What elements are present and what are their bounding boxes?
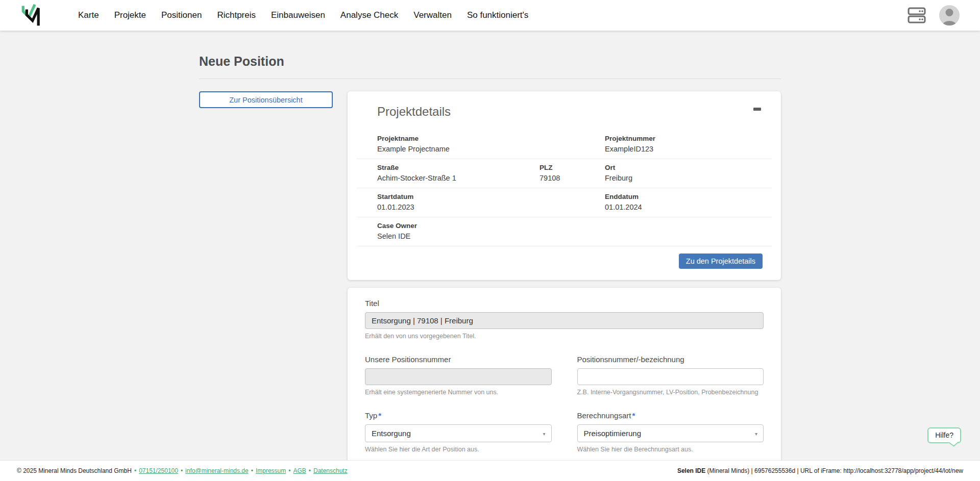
field-plz: PLZ 79108 — [540, 163, 605, 183]
table-row: Straße Achim-Stocker-Straße 1 PLZ 79108 … — [357, 159, 772, 188]
nav-item-positionen[interactable]: Positionen — [154, 0, 209, 31]
avatar-body-icon — [942, 21, 957, 26]
nav-item-karte[interactable]: Karte — [70, 0, 107, 31]
chevron-down-icon: ▾ — [543, 431, 545, 436]
field-startdatum: Startdatum 01.01.2023 — [377, 192, 540, 212]
typ-label: Typ* — [365, 411, 552, 420]
to-project-details-button[interactable]: Zu den Projektdetails — [679, 254, 763, 269]
unsere-positionsnummer-helper: Erhält eine systemgenerierte Nummer von … — [365, 389, 552, 396]
nav-item-richtpreis[interactable]: Richtpreis — [209, 0, 263, 31]
main-area: Neue Position Zur Positionsübersicht Pro… — [0, 31, 980, 481]
footer-left: © 2025 Mineral Minds Deutschland GmbH • … — [17, 467, 348, 474]
field-strasse: Straße Achim-Stocker-Straße 1 — [377, 163, 540, 183]
mineral-minds-logo-icon — [20, 3, 43, 28]
titel-helper: Erhält den von uns vorgegebenen Titel. — [365, 333, 764, 340]
typ-select[interactable]: Entsorgung ▾ — [365, 424, 552, 442]
footer-link-datenschutz[interactable]: Datenschutz — [313, 467, 348, 474]
session-details: (Mineral Minds) | 69576255536d | URL of … — [705, 467, 963, 474]
footer-link-phone[interactable]: 07151/250100 — [139, 467, 178, 474]
navbar-right — [908, 5, 960, 26]
footer-link-impressum[interactable]: Impressum — [256, 467, 286, 474]
project-card-title: Projektdetails — [377, 105, 781, 119]
typ-helper: Wählen Sie hier die Art der Position aus… — [365, 446, 552, 453]
berechnungsart-select[interactable]: Preisoptimierung ▾ — [577, 424, 764, 442]
positionsnummer-input[interactable] — [577, 368, 764, 385]
nav-item-projekte[interactable]: Projekte — [107, 0, 154, 31]
collapse-card-button[interactable] — [749, 102, 765, 117]
avatar-head-icon — [946, 9, 953, 16]
project-details-table: Projektname Example Projectname Projektn… — [357, 130, 772, 246]
unsere-positionsnummer-input — [365, 368, 552, 385]
unsere-positionsnummer-label: Unsere Positionsnummer — [365, 355, 552, 364]
page-title: Neue Position — [199, 54, 781, 79]
field-ort: Ort Freiburg — [605, 163, 772, 183]
back-to-positions-button[interactable]: Zur Positionsübersicht — [199, 91, 333, 108]
top-navbar: Karte Projekte Positionen Richtpreis Ein… — [0, 0, 980, 31]
titel-group: Titel Erhält den von uns vorgegebenen Ti… — [365, 299, 764, 340]
titel-label: Titel — [365, 299, 764, 308]
typ-select-value: Entsorgung — [372, 429, 411, 438]
footer-link-email[interactable]: info@mineral-minds.de — [185, 467, 249, 474]
nav-item-verwalten[interactable]: Verwalten — [406, 0, 459, 31]
nav-item-einbauweisen[interactable]: Einbauweisen — [263, 0, 333, 31]
help-button[interactable]: Hilfe? — [927, 427, 961, 443]
berechnungsart-helper: Wählen Sie hier die Berechnungsart aus. — [577, 446, 764, 453]
required-marker: * — [378, 411, 381, 420]
main-nav: Karte Projekte Positionen Richtpreis Ein… — [70, 0, 536, 31]
titel-input — [365, 312, 764, 329]
user-avatar[interactable] — [939, 5, 960, 26]
field-projektnummer: Projektnummer ExampleID123 — [605, 134, 772, 154]
server-icon[interactable] — [908, 6, 926, 24]
typ-group: Typ* Entsorgung ▾ Wählen Sie hier die Ar… — [365, 411, 552, 453]
chevron-down-icon: ▾ — [755, 431, 757, 436]
positionsnummer-group: Positionsnummer/-bezeichnung Z.B. Intern… — [577, 355, 764, 396]
berechnungsart-group: Berechnungsart* Preisoptimierung ▾ Wähle… — [577, 411, 764, 453]
field-enddatum: Enddatum 01.01.2024 — [605, 192, 772, 212]
unsere-positionsnummer-group: Unsere Positionsnummer Erhält eine syste… — [365, 355, 552, 396]
new-position-form-card: Titel Erhält den von uns vorgegebenen Ti… — [348, 288, 781, 481]
positionsnummer-label: Positionsnummer/-bezeichnung — [577, 355, 764, 364]
table-row: Projektname Example Projectname Projektn… — [357, 130, 772, 159]
nav-item-so-funktionierts[interactable]: So funktioniert's — [459, 0, 536, 31]
footer-link-agb[interactable]: AGB — [293, 467, 306, 474]
copyright-text: © 2025 Mineral Minds Deutschland GmbH — [17, 467, 132, 474]
table-row: Case Owner Selen IDE — [357, 217, 772, 246]
positionsnummer-helper: Z.B. Interne-Vorgangsnummer, LV-Position… — [577, 389, 764, 396]
berechnungsart-label: Berechnungsart* — [577, 411, 764, 420]
minus-icon — [753, 108, 761, 111]
field-projektname: Projektname Example Projectname — [377, 134, 540, 154]
session-info: Selen IDE (Mineral Minds) | 69576255536d… — [677, 467, 963, 474]
berechnungsart-select-value: Preisoptimierung — [584, 429, 642, 438]
table-row: Startdatum 01.01.2023 Enddatum 01.01.202… — [357, 188, 772, 217]
required-marker: * — [632, 411, 635, 420]
session-user: Selen IDE — [677, 467, 705, 474]
nav-item-analyse-check[interactable]: Analyse Check — [333, 0, 406, 31]
project-details-card: Projektdetails Projektname Example Proje… — [348, 91, 781, 280]
field-case-owner: Case Owner Selen IDE — [377, 221, 540, 241]
footer: © 2025 Mineral Minds Deutschland GmbH • … — [0, 460, 980, 481]
